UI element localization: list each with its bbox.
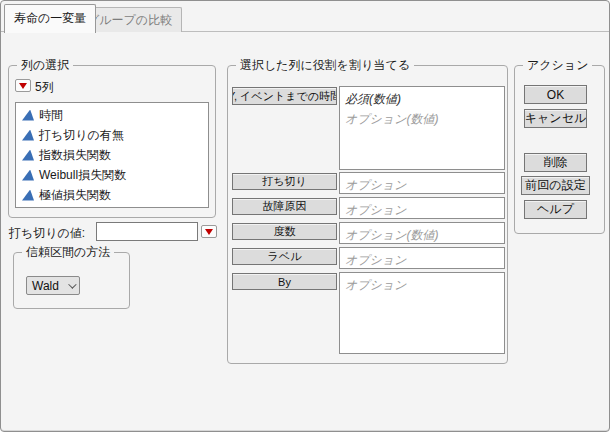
columns-hotspot-button[interactable] [15,79,31,92]
chevron-down-icon [68,280,76,288]
list-item[interactable]: 時間 [16,105,208,125]
censor-role-button[interactable]: 打ち切り [232,173,337,190]
continuous-column-icon [22,150,34,161]
column-name: 極値損失関数 [39,187,111,204]
help-button[interactable]: ヘルプ [524,200,587,219]
ci-method-panel: 信頼区間の方法 Wald [13,252,130,309]
freq-dropzone[interactable]: オプション(数値) [339,222,505,244]
optional-text: オプション [345,278,406,292]
cast-roles-title: 選択した列に役割を割り当てる [236,58,414,73]
required-numeric-text: 必須(数値) [345,89,499,109]
label-role-button[interactable]: ラベル [232,248,337,265]
optional-text: オプション [345,203,406,217]
actions-panel: アクション OK キャンセル 削除 前回の設定 ヘルプ [514,65,605,234]
column-name: 指数損失関数 [39,147,111,164]
label-dropzone[interactable]: オプション [339,247,505,269]
cancel-button[interactable]: キャンセル [524,109,587,128]
tab-life-univariate[interactable]: 寿命の一変量 [4,4,96,33]
red-triangle-icon [205,229,213,235]
ci-method-title: 信頼区間の方法 [22,245,114,260]
remove-button[interactable]: 削除 [524,153,587,172]
y-time-to-event-button[interactable]: Y, イベントまでの時間 [232,87,337,105]
censor-value-hotspot-button[interactable] [201,225,217,238]
continuous-column-icon [22,190,34,201]
column-name: 時間 [39,107,63,124]
censor-value-label: 打ち切りの値: [9,225,85,242]
red-triangle-icon [19,83,27,89]
freq-role-button[interactable]: 度数 [232,223,337,240]
select-columns-title: 列の選択 [17,58,73,73]
censor-value-input[interactable] [96,222,198,241]
ok-button[interactable]: OK [524,85,587,104]
failure-cause-role-button[interactable]: 故障原因 [232,198,337,215]
y-dropzone[interactable]: 必須(数値) オプション(数値) [339,86,505,170]
recall-button[interactable]: 前回の設定 [521,176,590,195]
cast-roles-panel: 選択した列に役割を割り当てる Y, イベントまでの時間 必須(数値) オプション… [227,65,508,364]
list-item[interactable]: 打ち切りの有無 [16,125,208,145]
censor-dropzone[interactable]: オプション [339,172,505,194]
continuous-column-icon [22,110,34,121]
column-name: Weibull損失関数 [39,167,126,184]
optional-text: オプション [345,253,406,267]
continuous-column-icon [22,130,34,141]
optional-text: オプション [345,178,406,192]
by-dropzone[interactable]: オプション [339,272,505,354]
ci-method-selected-value: Wald [32,279,59,293]
columns-count-label: 5列 [35,79,54,96]
life-distribution-launch-dialog: 寿命の一変量 グループの比較 列の選択 5列 時間 打ち切りの有無 指数損失関数 [0,0,610,432]
select-columns-panel: 列の選択 5列 時間 打ち切りの有無 指数損失関数 Weibull損失関数 [8,65,216,218]
by-role-button[interactable]: By [232,273,337,290]
columns-listbox[interactable]: 時間 打ち切りの有無 指数損失関数 Weibull損失関数 極値損失関数 [15,102,209,208]
tab-strip: 寿命の一変量 グループの比較 [1,1,609,32]
optional-numeric-text: オプション(数値) [345,109,499,129]
list-item[interactable]: Weibull損失関数 [16,165,208,185]
failure-cause-dropzone[interactable]: オプション [339,197,505,219]
list-item[interactable]: 指数損失関数 [16,145,208,165]
list-item[interactable]: 極値損失関数 [16,185,208,205]
optional-numeric-text: オプション(数値) [345,228,438,242]
ci-method-select[interactable]: Wald [26,276,80,295]
continuous-column-icon [22,170,34,181]
actions-title: アクション [523,58,592,73]
column-name: 打ち切りの有無 [39,127,124,144]
